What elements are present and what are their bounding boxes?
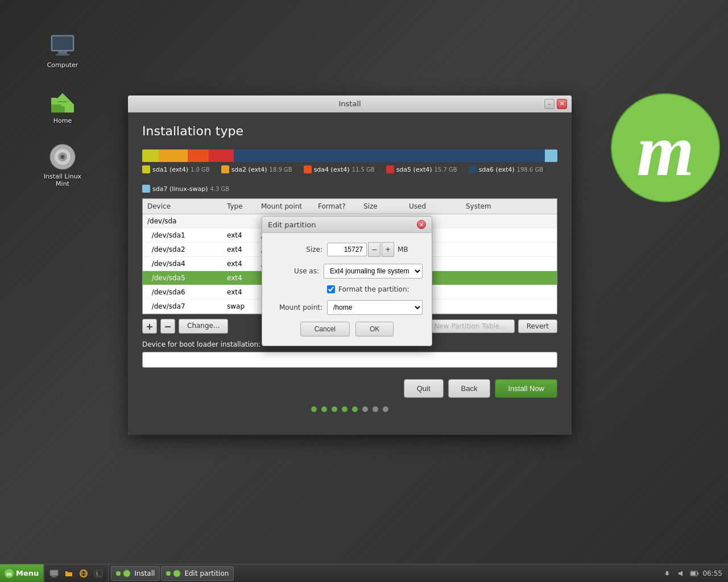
legend-sda5: sda5 (ext4) 15.7 GB (386, 165, 457, 173)
format-label: Format the partition: (338, 285, 410, 293)
legend-label-sda2: sda2 (ext4) (231, 166, 267, 173)
bootloader-dropdown-icon: ▼ (547, 356, 552, 364)
taskbar-right: 06:55 (657, 569, 728, 578)
taskbar-item-edit-partition[interactable]: Edit partition (161, 566, 234, 581)
menu-icon: m (5, 569, 14, 578)
legend-color-sda5 (386, 165, 394, 173)
partition-sda1 (142, 149, 159, 162)
svg-rect-7 (64, 106, 74, 113)
svg-point-26 (123, 570, 130, 577)
dialog-title: Edit partition (268, 221, 316, 229)
col-used: Used (404, 201, 461, 211)
quit-button[interactable]: Quit (404, 379, 444, 398)
legend-label-sda7: sda7 (linux-swap) (152, 185, 208, 193)
show-desktop-button[interactable] (48, 567, 60, 580)
svg-point-13 (61, 156, 64, 158)
partition-sda4 (188, 149, 209, 162)
size-input[interactable] (327, 243, 367, 256)
legend-size-sda7: 4.3 GB (210, 186, 230, 192)
cd-icon (49, 143, 76, 171)
lm-logo: m (609, 91, 722, 206)
dialog-titlebar: Edit partition ✕ (262, 217, 432, 233)
window-controls: – ✕ (544, 99, 567, 109)
window-title: Install (338, 99, 361, 108)
progress-dots (142, 406, 557, 423)
page-title: Installation type (142, 124, 557, 138)
file-manager-button[interactable] (63, 567, 75, 580)
partition-sda6 (234, 149, 545, 162)
taskbar-item-label-2: Edit partition (184, 569, 229, 577)
legend-label-sda1: sda1 (ext4) (152, 166, 188, 173)
use-as-label: Use as: (271, 267, 319, 275)
cell-type: ext4 (222, 273, 257, 283)
progress-dot-4 (342, 406, 348, 412)
progress-dot-6 (362, 406, 368, 412)
taskbar-items: Install Edit partition (109, 564, 657, 582)
taskbar-item-dot (116, 571, 121, 576)
browser-button[interactable] (77, 567, 90, 580)
bootloader-select[interactable]: /dev/sda ATA ST3250820AS (250.1 GB) ▼ (142, 352, 557, 368)
dialog-ok-button[interactable]: OK (355, 322, 394, 336)
mount-point-select[interactable]: /home (327, 300, 423, 315)
new-partition-table-button[interactable]: New Partition Table... (425, 319, 514, 333)
legend-size-sda1: 1.0 GB (191, 167, 210, 173)
edit-partition-dialog: Edit partition ✕ Size: − + MB Use as: Ex… (262, 216, 432, 346)
quick-launch: $_ (44, 564, 109, 582)
format-checkbox-dialog[interactable] (327, 285, 335, 293)
progress-dot-3 (332, 406, 337, 412)
cell-device: /dev/sda2 (143, 244, 222, 255)
cell-type: ext4 (222, 287, 257, 297)
taskbar-menu-button[interactable]: m Menu (0, 564, 44, 582)
legend-label-sda6: sda6 (ext4) (479, 166, 515, 173)
svg-rect-8 (61, 106, 65, 113)
col-system: System (461, 201, 557, 211)
taskbar-item-install[interactable]: Install (111, 566, 160, 581)
dialog-close-button[interactable]: ✕ (417, 220, 426, 229)
window-close-button[interactable]: ✕ (557, 99, 567, 109)
mount-point-row: Mount point: /home (271, 300, 423, 315)
col-type: Type (222, 201, 257, 211)
partition-bar (142, 149, 557, 162)
legend-sda1: sda1 (ext4) 1.0 GB (142, 165, 210, 173)
format-row: Format the partition: (271, 285, 423, 293)
size-increment-button[interactable]: + (382, 242, 394, 257)
back-button[interactable]: Back (448, 379, 491, 398)
svg-text:m: m (6, 571, 11, 577)
dialog-content: Size: − + MB Use as: Ext4 journaling fil… (262, 233, 432, 346)
dialog-cancel-button[interactable]: Cancel (300, 322, 350, 336)
svg-rect-3 (56, 54, 69, 56)
computer-icon (49, 32, 76, 59)
terminal-button[interactable]: $_ (92, 567, 105, 580)
desktop-icon-install[interactable]: Install Linux Mint (40, 140, 85, 191)
svg-rect-29 (697, 572, 698, 575)
legend-label-sda5: sda5 (ext4) (396, 166, 432, 173)
use-as-select[interactable]: Ext4 journaling file system (324, 264, 423, 278)
remove-partition-button[interactable]: − (160, 319, 175, 334)
window-titlebar: Install – ✕ (128, 95, 572, 113)
svg-rect-30 (691, 572, 696, 575)
col-size: Size (359, 201, 404, 211)
progress-dot-2 (321, 406, 327, 412)
install-icon-label: Install Linux Mint (43, 173, 82, 188)
legend-color-sda7 (142, 185, 150, 193)
legend-label-sda4: sda4 (ext4) (314, 166, 350, 173)
partition-legend: sda1 (ext4) 1.0 GB sda2 (ext4) 18.9 GB s… (142, 165, 557, 193)
add-partition-button[interactable]: + (142, 319, 157, 334)
install-now-button[interactable]: Install Now (495, 379, 557, 398)
cell-type: ext4 (222, 259, 257, 269)
cell-device: /dev/sda (143, 216, 222, 226)
revert-button[interactable]: Revert (518, 319, 557, 333)
size-decrement-button[interactable]: − (368, 242, 380, 257)
desktop-icon-home[interactable]: Home (40, 84, 85, 128)
legend-sda2: sda2 (ext4) 18.9 GB (221, 165, 292, 173)
size-unit: MB (398, 246, 408, 253)
change-partition-button[interactable]: Change... (179, 319, 228, 334)
legend-size-sda4: 11.5 GB (352, 167, 375, 173)
svg-rect-18 (50, 570, 58, 576)
window-minimize-button[interactable]: – (544, 99, 555, 109)
svg-point-27 (173, 570, 180, 577)
cell-device: /dev/sda4 (143, 259, 222, 269)
desktop-icon-computer[interactable]: Computer (40, 28, 85, 72)
cell-device: /dev/sda5 (143, 273, 222, 283)
legend-size-sda5: 15.7 GB (435, 167, 457, 173)
